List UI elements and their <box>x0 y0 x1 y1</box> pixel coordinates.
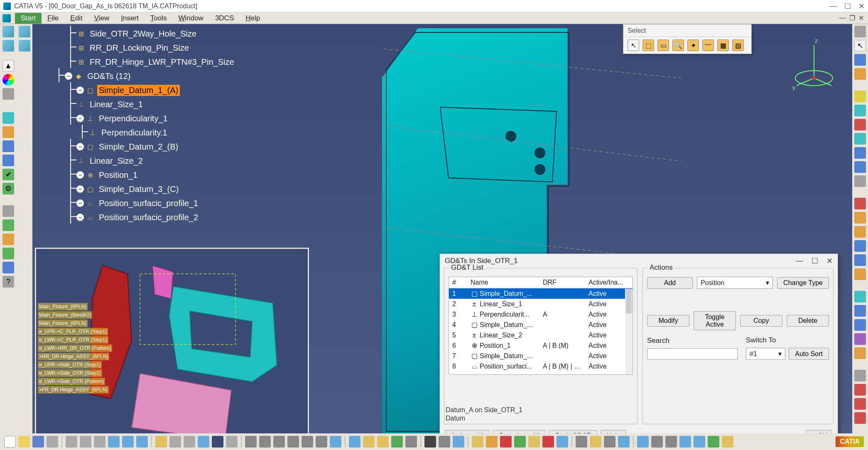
undo-icon[interactable] <box>108 436 120 448</box>
grid-row[interactable]: 4▢Simple_Datum_...Active <box>449 320 633 330</box>
isoview-icon[interactable] <box>349 436 360 448</box>
b17-icon[interactable] <box>590 436 601 448</box>
grid-row[interactable]: 1▢Simple_Datum_...Active <box>449 288 633 299</box>
tool-icon-5[interactable] <box>2 219 14 231</box>
menu-edit[interactable]: Edit <box>64 13 88 24</box>
delete-button[interactable]: Delete <box>787 315 829 327</box>
help-button[interactable]: Help <box>601 430 627 433</box>
new-icon[interactable] <box>4 436 16 448</box>
expander-icon[interactable]: − <box>76 171 84 179</box>
select-paint-icon[interactable]: ▦ <box>717 39 729 51</box>
b3-icon[interactable] <box>226 436 238 448</box>
calc-icon[interactable] <box>198 436 209 448</box>
tree-item[interactable]: −▢Simple_Datum_1_(A) <box>42 83 291 97</box>
tree-item[interactable]: ⊞RR_DR_Locking_Pin_Size <box>42 41 291 55</box>
multiview-icon[interactable] <box>330 436 341 448</box>
select-arrow-icon[interactable]: ↖ <box>628 39 639 51</box>
b2-icon[interactable] <box>184 436 195 448</box>
excel-icon[interactable] <box>2 248 14 259</box>
assembly-icon[interactable] <box>2 40 14 52</box>
expander-icon[interactable]: − <box>76 199 84 207</box>
menu-view[interactable]: View <box>88 13 115 24</box>
fx-icon[interactable] <box>155 436 167 448</box>
copy-button[interactable]: Copy <box>740 315 782 327</box>
type-select[interactable]: Position▾ <box>697 277 773 289</box>
part-icon[interactable] <box>2 26 14 37</box>
b21-icon[interactable] <box>651 436 663 448</box>
gdt-grid[interactable]: # Name DRF Active/Ina... 1▢Simple_Datum_… <box>449 277 633 375</box>
ok-button[interactable]: OK <box>806 430 832 433</box>
grid-scrollbar[interactable] <box>625 289 633 374</box>
tree-item[interactable]: −⌓Position_surfacic_profile_1 <box>42 196 291 210</box>
whatsthis-icon[interactable] <box>136 436 148 448</box>
switch-to-select[interactable]: #1▾ <box>746 348 785 360</box>
tree-item[interactable]: −▢Simple_Datum_2_(B) <box>42 140 291 154</box>
cut-icon[interactable] <box>66 436 77 448</box>
pan-icon[interactable] <box>259 436 271 448</box>
tool-icon-4[interactable] <box>2 205 14 217</box>
check-icon[interactable]: ✔ <box>2 169 14 180</box>
tree-item[interactable]: ⊞FR_DR_Hinge_LWR_PTN#3_Pin_Size <box>42 55 291 69</box>
clock-icon[interactable] <box>212 436 223 448</box>
select-chain-icon[interactable]: ▨ <box>732 39 744 51</box>
spec-tree[interactable]: ⊞Side_OTR_2Way_Hole_Size⊞RR_DR_Locking_P… <box>42 24 291 224</box>
grid-row[interactable]: 6⊕Position_1A | B (M)Active <box>449 340 633 351</box>
grid-header[interactable]: # Name DRF Active/Ina... <box>449 277 633 288</box>
tree-item[interactable]: ⊥Perpendicularity.1 <box>42 125 291 140</box>
b24-icon[interactable] <box>694 436 705 448</box>
select-toolbar[interactable]: Select ↖ ⬚ ▭ 🔍 ✦ 〰 ▦ ▨ <box>623 24 752 54</box>
add-button[interactable]: Add <box>647 277 693 289</box>
col-number[interactable]: # <box>449 277 467 288</box>
menu-start[interactable]: Start <box>15 13 42 24</box>
tool-icon-6[interactable] <box>2 234 14 245</box>
expander-icon[interactable]: − <box>76 214 84 221</box>
tree-item[interactable]: −◆GD&Ts (12) <box>42 69 291 83</box>
menu-file[interactable]: File <box>42 13 64 24</box>
shade-icon[interactable] <box>405 436 417 448</box>
tool-icon-2[interactable] <box>2 126 14 138</box>
expander-icon[interactable]: − <box>76 115 84 122</box>
view-icon-2[interactable] <box>19 40 30 52</box>
b4-icon[interactable] <box>363 436 375 448</box>
b5-icon[interactable] <box>377 436 389 448</box>
col-active[interactable]: Active/Ina... <box>585 277 633 288</box>
group-icon[interactable] <box>2 155 14 166</box>
grid-row[interactable]: 9⌓Position_surfaci...A | B (M) | C ...Ac… <box>449 371 633 373</box>
tree-item[interactable]: −⊥Perpendicularity_1 <box>42 111 291 125</box>
grid-row[interactable]: 7▢Simple_Datum_...Active <box>449 351 633 361</box>
grid-row[interactable]: 2±Linear_Size_1Active <box>449 299 633 309</box>
b14-icon[interactable] <box>542 436 554 448</box>
tree-item[interactable]: ⟂Linear_Size_2 <box>42 154 291 168</box>
b12-icon[interactable] <box>514 436 526 448</box>
tool-icon-7[interactable] <box>2 262 14 273</box>
camera-icon[interactable] <box>424 436 436 448</box>
zoomin-icon[interactable] <box>287 436 299 448</box>
b8-icon[interactable] <box>453 436 464 448</box>
menu-window[interactable]: Window <box>172 13 209 24</box>
select-rect-icon[interactable]: ▭ <box>657 39 669 51</box>
b26-icon[interactable] <box>722 436 733 448</box>
compass-icon[interactable]: z y <box>789 37 839 91</box>
dialog-maximize-button[interactable]: ☐ <box>812 256 818 266</box>
view-icon-1[interactable] <box>19 26 30 37</box>
dialog-close-button[interactable]: ✕ <box>826 256 833 266</box>
expander-icon[interactable]: − <box>65 72 72 80</box>
b15-icon[interactable] <box>557 436 568 448</box>
save-icon[interactable] <box>32 436 44 448</box>
dialog-minimize-button[interactable]: — <box>796 256 803 266</box>
search-input[interactable] <box>647 348 738 360</box>
menu-tools[interactable]: Tools <box>145 13 173 24</box>
maximize-button[interactable]: ☐ <box>844 2 851 11</box>
normal-icon[interactable] <box>316 436 327 448</box>
tool-icon-1[interactable] <box>2 112 14 124</box>
tree-item[interactable]: −⌓Position_surfacic_profile_2 <box>42 210 291 224</box>
grid-row[interactable]: 3⊥Perpendicularit...AActive <box>449 309 633 320</box>
grid-row[interactable]: 5±Linear_Size_2Active <box>449 330 633 340</box>
menu-insert[interactable]: Insert <box>115 13 145 24</box>
mdi-close[interactable]: ✕ <box>858 14 864 22</box>
mdi-minimize[interactable]: — <box>839 14 846 22</box>
b23-icon[interactable] <box>679 436 691 448</box>
deactivate-all-button[interactable]: Deactivate All <box>493 430 546 433</box>
tree-item[interactable]: −▢Simple_Datum_3_(C) <box>42 182 291 196</box>
expander-icon[interactable]: − <box>76 86 84 94</box>
